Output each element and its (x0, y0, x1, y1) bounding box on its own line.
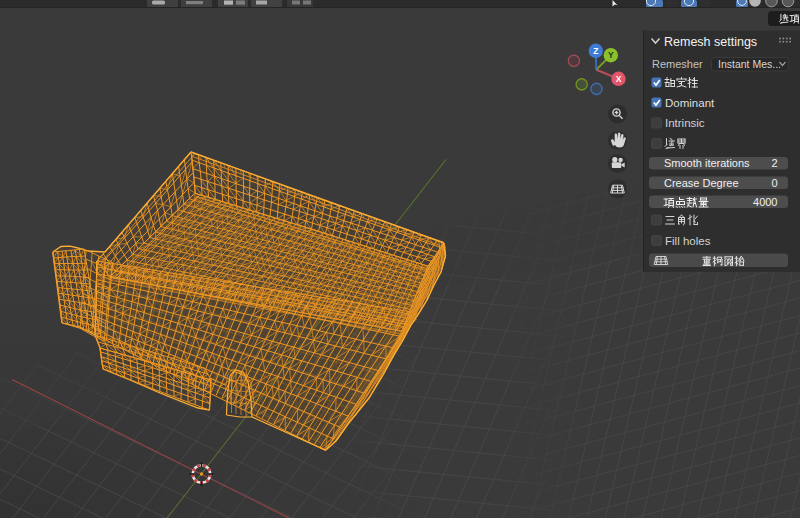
svg-text:2: 2 (771, 157, 777, 169)
svg-text:Crease Degree: Crease Degree (664, 177, 739, 189)
svg-text:4000: 4000 (753, 196, 777, 208)
svg-text:Dominant: Dominant (665, 97, 715, 109)
svg-text:Remesher: Remesher (652, 58, 703, 70)
svg-text:Y: Y (608, 50, 614, 60)
svg-text:Smooth iterations: Smooth iterations (664, 157, 750, 169)
svg-text:X: X (616, 74, 622, 84)
svg-text:Intrinsic: Intrinsic (665, 117, 705, 129)
svg-text:Instant Mes...: Instant Mes... (718, 58, 781, 70)
svg-text:Remesh settings: Remesh settings (664, 35, 757, 49)
svg-text:Fill holes: Fill holes (665, 235, 711, 247)
svg-text:Z: Z (593, 46, 598, 56)
svg-text:0: 0 (771, 177, 777, 189)
